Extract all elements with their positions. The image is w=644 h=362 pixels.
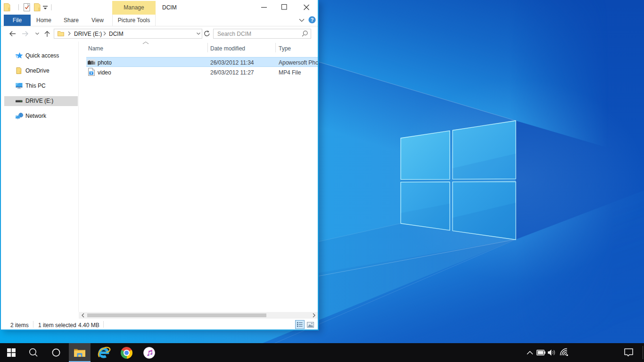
svg-text:?: ? [311, 17, 314, 23]
